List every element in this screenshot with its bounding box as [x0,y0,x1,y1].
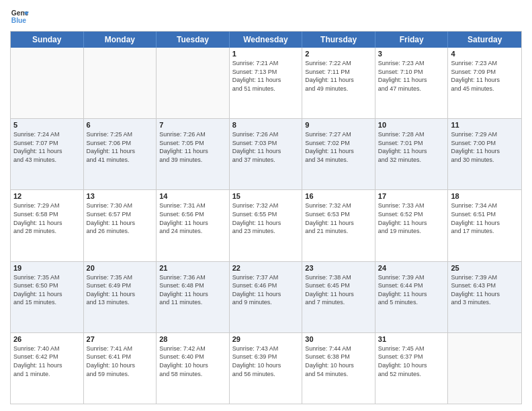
day-number: 9 [305,121,372,129]
day-info: Sunrise: 7:32 AM Sunset: 6:53 PM Dayligh… [305,201,372,235]
day-number: 14 [159,192,226,200]
day-info: Sunrise: 7:40 AM Sunset: 6:42 PM Dayligh… [13,345,81,378]
page: General Blue SundayMondayTuesdayWednesda… [0,0,532,411]
day-number: 11 [451,121,519,129]
day-info: Sunrise: 7:35 AM Sunset: 6:49 PM Dayligh… [87,273,154,307]
day-info: Sunrise: 7:32 AM Sunset: 6:55 PM Dayligh… [232,201,300,235]
calendar-header-row: SundayMondayTuesdayWednesdayThursdayFrid… [11,32,521,48]
svg-text:Blue: Blue [11,17,27,24]
cal-cell-w4d1: 27Sunrise: 7:41 AM Sunset: 6:41 PM Dayli… [84,333,157,404]
header-cell-saturday: Saturday [448,32,521,48]
day-info: Sunrise: 7:43 AM Sunset: 6:39 PM Dayligh… [232,345,300,378]
day-info: Sunrise: 7:38 AM Sunset: 6:45 PM Dayligh… [305,273,372,307]
day-info: Sunrise: 7:26 AM Sunset: 7:03 PM Dayligh… [232,130,300,164]
cal-cell-w0d2 [157,48,230,118]
week-row-4: 26Sunrise: 7:40 AM Sunset: 6:42 PM Dayli… [11,333,521,404]
day-info: Sunrise: 7:29 AM Sunset: 7:00 PM Dayligh… [451,130,519,164]
day-number: 27 [87,335,154,343]
cal-cell-w2d4: 16Sunrise: 7:32 AM Sunset: 6:53 PM Dayli… [302,190,375,261]
day-info: Sunrise: 7:33 AM Sunset: 6:52 PM Dayligh… [378,201,445,235]
day-info: Sunrise: 7:36 AM Sunset: 6:48 PM Dayligh… [159,273,226,307]
day-number: 5 [13,121,81,129]
header-cell-thursday: Thursday [302,32,375,48]
cal-cell-w3d3: 22Sunrise: 7:37 AM Sunset: 6:46 PM Dayli… [230,262,303,332]
cal-cell-w2d3: 15Sunrise: 7:32 AM Sunset: 6:55 PM Dayli… [230,190,303,261]
day-info: Sunrise: 7:26 AM Sunset: 7:05 PM Dayligh… [159,130,226,164]
cal-cell-w0d5: 3Sunrise: 7:23 AM Sunset: 7:10 PM Daylig… [375,48,449,118]
day-number: 10 [378,121,445,129]
cal-cell-w2d6: 18Sunrise: 7:34 AM Sunset: 6:51 PM Dayli… [448,190,521,261]
day-info: Sunrise: 7:35 AM Sunset: 6:50 PM Dayligh… [13,273,81,307]
cal-cell-w4d6 [448,333,521,404]
day-number: 2 [305,50,372,58]
header-cell-sunday: Sunday [11,32,84,48]
day-number: 31 [378,335,445,343]
day-info: Sunrise: 7:24 AM Sunset: 7:07 PM Dayligh… [13,130,81,164]
cal-cell-w2d2: 14Sunrise: 7:31 AM Sunset: 6:56 PM Dayli… [157,190,230,261]
header: General Blue [10,7,522,26]
day-number: 7 [159,121,226,129]
day-number: 24 [378,264,445,272]
day-number: 12 [13,192,81,200]
header-cell-tuesday: Tuesday [157,32,230,48]
day-number: 28 [159,335,226,343]
day-number: 25 [451,264,519,272]
day-number: 17 [378,192,445,200]
cal-cell-w1d5: 10Sunrise: 7:28 AM Sunset: 7:01 PM Dayli… [375,119,449,189]
day-info: Sunrise: 7:37 AM Sunset: 6:46 PM Dayligh… [232,273,300,307]
header-cell-wednesday: Wednesday [230,32,303,48]
day-info: Sunrise: 7:42 AM Sunset: 6:40 PM Dayligh… [159,345,226,378]
cal-cell-w1d1: 6Sunrise: 7:25 AM Sunset: 7:06 PM Daylig… [84,119,157,189]
week-row-2: 12Sunrise: 7:29 AM Sunset: 6:58 PM Dayli… [11,190,521,261]
day-info: Sunrise: 7:23 AM Sunset: 7:09 PM Dayligh… [451,59,519,93]
cal-cell-w1d6: 11Sunrise: 7:29 AM Sunset: 7:00 PM Dayli… [448,119,521,189]
day-number: 16 [305,192,372,200]
cal-cell-w4d3: 29Sunrise: 7:43 AM Sunset: 6:39 PM Dayli… [230,333,303,404]
cal-cell-w1d2: 7Sunrise: 7:26 AM Sunset: 7:05 PM Daylig… [157,119,230,189]
cal-cell-w3d4: 23Sunrise: 7:38 AM Sunset: 6:45 PM Dayli… [302,262,375,332]
day-info: Sunrise: 7:23 AM Sunset: 7:10 PM Dayligh… [378,59,445,93]
cal-cell-w3d1: 20Sunrise: 7:35 AM Sunset: 6:49 PM Dayli… [84,262,157,332]
calendar: SundayMondayTuesdayWednesdayThursdayFrid… [10,31,522,404]
day-number: 22 [232,264,300,272]
header-cell-monday: Monday [84,32,157,48]
day-info: Sunrise: 7:39 AM Sunset: 6:43 PM Dayligh… [451,273,519,307]
day-info: Sunrise: 7:25 AM Sunset: 7:06 PM Dayligh… [87,130,154,164]
day-number: 29 [232,335,300,343]
cal-cell-w2d5: 17Sunrise: 7:33 AM Sunset: 6:52 PM Dayli… [375,190,449,261]
calendar-body: 1Sunrise: 7:21 AM Sunset: 7:13 PM Daylig… [11,48,521,404]
day-number: 20 [87,264,154,272]
cal-cell-w4d2: 28Sunrise: 7:42 AM Sunset: 6:40 PM Dayli… [157,333,230,404]
cal-cell-w0d0 [11,48,84,118]
cal-cell-w0d6: 4Sunrise: 7:23 AM Sunset: 7:09 PM Daylig… [448,48,521,118]
day-info: Sunrise: 7:31 AM Sunset: 6:56 PM Dayligh… [159,201,226,235]
logo-icon: General Blue [10,7,29,26]
day-number: 1 [232,50,300,58]
cal-cell-w4d4: 30Sunrise: 7:44 AM Sunset: 6:38 PM Dayli… [302,333,375,404]
day-info: Sunrise: 7:28 AM Sunset: 7:01 PM Dayligh… [378,130,445,164]
cal-cell-w0d4: 2Sunrise: 7:22 AM Sunset: 7:11 PM Daylig… [302,48,375,118]
week-row-0: 1Sunrise: 7:21 AM Sunset: 7:13 PM Daylig… [11,48,521,119]
day-info: Sunrise: 7:22 AM Sunset: 7:11 PM Dayligh… [305,59,372,93]
day-number: 26 [13,335,81,343]
day-info: Sunrise: 7:44 AM Sunset: 6:38 PM Dayligh… [305,345,372,378]
cal-cell-w2d1: 13Sunrise: 7:30 AM Sunset: 6:57 PM Dayli… [84,190,157,261]
day-info: Sunrise: 7:41 AM Sunset: 6:41 PM Dayligh… [87,345,154,378]
header-cell-friday: Friday [375,32,449,48]
cal-cell-w0d1 [84,48,157,118]
day-number: 23 [305,264,372,272]
day-number: 13 [87,192,154,200]
day-info: Sunrise: 7:27 AM Sunset: 7:02 PM Dayligh… [305,130,372,164]
day-number: 3 [378,50,445,58]
day-number: 21 [159,264,226,272]
day-number: 6 [87,121,154,129]
day-number: 19 [13,264,81,272]
cal-cell-w1d4: 9Sunrise: 7:27 AM Sunset: 7:02 PM Daylig… [302,119,375,189]
day-number: 30 [305,335,372,343]
day-info: Sunrise: 7:29 AM Sunset: 6:58 PM Dayligh… [13,201,81,235]
cal-cell-w3d2: 21Sunrise: 7:36 AM Sunset: 6:48 PM Dayli… [157,262,230,332]
day-number: 4 [451,50,519,58]
logo: General Blue [10,7,29,26]
cal-cell-w4d0: 26Sunrise: 7:40 AM Sunset: 6:42 PM Dayli… [11,333,84,404]
cal-cell-w3d0: 19Sunrise: 7:35 AM Sunset: 6:50 PM Dayli… [11,262,84,332]
